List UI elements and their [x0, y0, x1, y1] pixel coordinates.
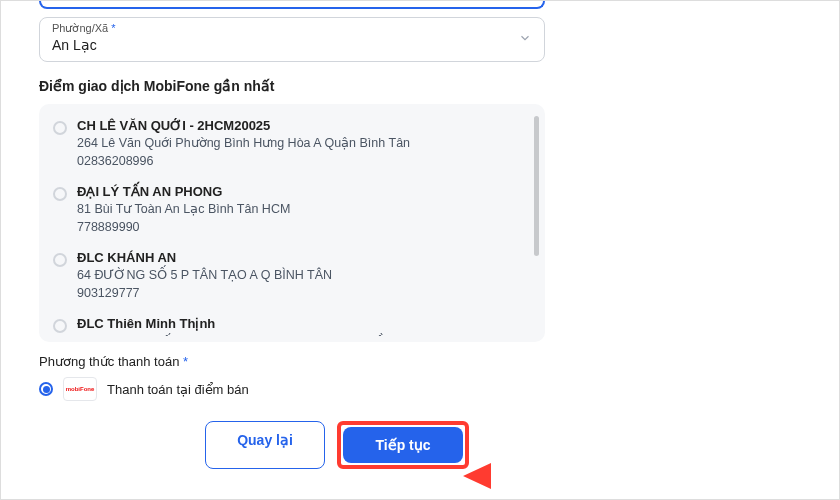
store-address: 264 Lê Văn Quới Phường Bình Hưng Hòa A Q… [77, 135, 519, 153]
scrollbar[interactable] [534, 116, 539, 256]
ward-value: An Lạc [52, 37, 532, 53]
payment-option[interactable]: mobiFone Thanh toán tại điểm bán [39, 377, 545, 401]
arrow-annotation-icon [461, 453, 541, 499]
store-name: ĐLC Thiên Minh Thịnh [77, 316, 519, 331]
continue-button[interactable]: Tiếp tục [343, 427, 463, 463]
store-address: 81 Bùi Tư Toàn An Lạc Bình Tân HCM [77, 201, 519, 219]
radio-icon [53, 253, 67, 267]
radio-icon [53, 187, 67, 201]
ward-select[interactable]: Phường/Xã * An Lạc [39, 17, 545, 62]
store-address: 64 ĐƯỜNG SỐ 5 P TÂN TẠO A Q BÌNH TÂN [77, 267, 519, 285]
radio-checked-icon [39, 382, 53, 396]
store-name: CH LÊ VĂN QUỚI - 2HCM20025 [77, 118, 519, 133]
store-item[interactable]: CH LÊ VĂN QUỚI - 2HCM20025 264 Lê Văn Qu… [53, 118, 519, 170]
stores-heading: Điểm giao dịch MobiFone gần nhất [39, 78, 545, 94]
store-phone: 903129777 [77, 285, 519, 303]
store-item[interactable]: ĐLC Thiên Minh Thịnh 820 Lê Trọng Tấn P.… [53, 316, 519, 336]
radio-icon [53, 319, 67, 333]
store-item[interactable]: ĐẠI LÝ TẤN AN PHONG 81 Bùi Tư Toàn An Lạ… [53, 184, 519, 236]
stores-list: CH LÊ VĂN QUỚI - 2HCM20025 264 Lê Văn Qu… [39, 104, 545, 342]
back-button[interactable]: Quay lại [205, 421, 325, 469]
chevron-down-icon [518, 31, 532, 49]
store-name: ĐLC KHÁNH AN [77, 250, 519, 265]
ward-label: Phường/Xã * [52, 22, 532, 35]
radio-icon [53, 121, 67, 135]
store-phone: 02836208996 [77, 153, 519, 171]
store-item[interactable]: ĐLC KHÁNH AN 64 ĐƯỜNG SỐ 5 P TÂN TẠO A Q… [53, 250, 519, 302]
store-name: ĐẠI LÝ TẤN AN PHONG [77, 184, 519, 199]
store-phone: 778889990 [77, 219, 519, 237]
store-address: 820 Lê Trọng Tấn P.Bình Hưng Hòa Q.Bình … [77, 333, 519, 336]
payment-label: Phương thức thanh toán * [39, 354, 545, 369]
highlight-annotation: Tiếp tục [337, 421, 469, 469]
previous-field-bottom [39, 1, 545, 9]
mobifone-logo: mobiFone [63, 377, 97, 401]
payment-option-label: Thanh toán tại điểm bán [107, 382, 249, 397]
